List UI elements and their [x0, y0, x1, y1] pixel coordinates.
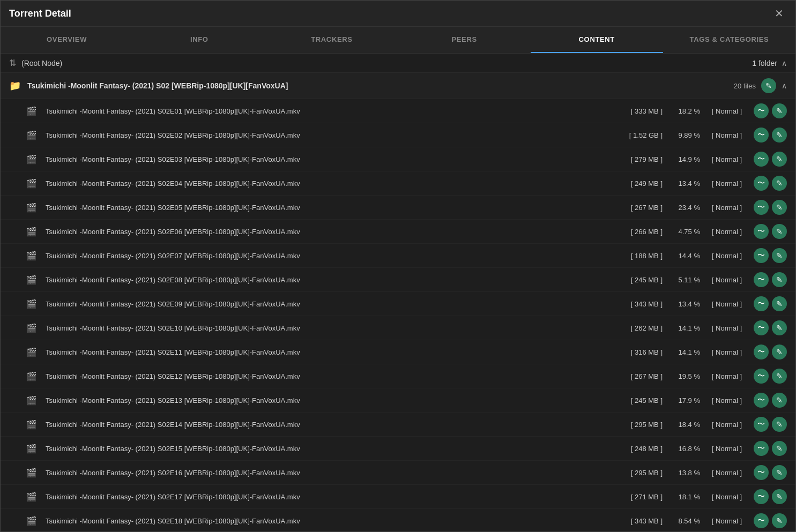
file-size: [ 295 MB ] [620, 421, 663, 429]
file-action-buttons: 〜 ✎ [754, 417, 787, 432]
file-percent: 14.1 % [668, 348, 700, 356]
file-edit-button[interactable]: ✎ [772, 513, 787, 528]
file-edit-button[interactable]: ✎ [772, 393, 787, 408]
file-edit-button[interactable]: ✎ [772, 369, 787, 384]
file-name: Tsukimichi -Moonlit Fantasy- (2021) S02E… [46, 252, 620, 260]
file-name: Tsukimichi -Moonlit Fantasy- (2021) S02E… [46, 155, 620, 163]
file-action-buttons: 〜 ✎ [754, 128, 787, 143]
file-meta: [ 316 MB ] 14.1 % [ Normal ] 〜 ✎ [620, 344, 787, 359]
file-meta: [ 343 MB ] 13.4 % [ Normal ] 〜 ✎ [620, 296, 787, 311]
folder-row: 📁 Tsukimichi -Moonlit Fantasy- (2021) S0… [1, 73, 795, 99]
file-percent: 19.5 % [668, 372, 700, 380]
file-name: Tsukimichi -Moonlit Fantasy- (2021) S02E… [46, 276, 620, 284]
file-edit-button[interactable]: ✎ [772, 417, 787, 432]
file-edit-button[interactable]: ✎ [772, 152, 787, 167]
file-wave-button[interactable]: 〜 [754, 176, 769, 191]
file-edit-button[interactable]: ✎ [772, 200, 787, 215]
file-priority: [ Normal ] [705, 445, 748, 453]
file-name: Tsukimichi -Moonlit Fantasy- (2021) S02E… [46, 204, 620, 212]
film-icon: 🎬 [26, 130, 37, 140]
file-edit-button[interactable]: ✎ [772, 489, 787, 504]
folder-icon: 📁 [9, 80, 21, 92]
tab-info[interactable]: INFO [133, 27, 265, 53]
file-wave-button[interactable]: 〜 [754, 103, 769, 118]
file-wave-button[interactable]: 〜 [754, 441, 769, 456]
file-wave-button[interactable]: 〜 [754, 369, 769, 384]
file-edit-button[interactable]: ✎ [772, 128, 787, 143]
file-edit-button[interactable]: ✎ [772, 320, 787, 335]
file-action-buttons: 〜 ✎ [754, 152, 787, 167]
file-edit-button[interactable]: ✎ [772, 103, 787, 118]
file-percent: 14.4 % [668, 252, 700, 260]
file-size: [ 279 MB ] [620, 155, 663, 163]
file-wave-button[interactable]: 〜 [754, 272, 769, 287]
file-percent: 18.1 % [668, 493, 700, 501]
file-row: 🎬 Tsukimichi -Moonlit Fantasy- (2021) S0… [1, 437, 795, 461]
file-row: 🎬 Tsukimichi -Moonlit Fantasy- (2021) S0… [1, 220, 795, 244]
folder-count-label: 1 folder [752, 59, 777, 68]
file-meta: [ 295 MB ] 13.8 % [ Normal ] 〜 ✎ [620, 465, 787, 480]
file-meta: [ 245 MB ] 5.11 % [ Normal ] 〜 ✎ [620, 272, 787, 287]
file-name: Tsukimichi -Moonlit Fantasy- (2021) S02E… [46, 469, 620, 477]
file-name: Tsukimichi -Moonlit Fantasy- (2021) S02E… [46, 421, 620, 429]
file-wave-button[interactable]: 〜 [754, 320, 769, 335]
tab-content[interactable]: CONTENT [531, 27, 663, 53]
file-priority: [ Normal ] [705, 276, 748, 284]
file-wave-button[interactable]: 〜 [754, 128, 769, 143]
file-wave-button[interactable]: 〜 [754, 344, 769, 359]
file-wave-button[interactable]: 〜 [754, 393, 769, 408]
file-list: 🎬 Tsukimichi -Moonlit Fantasy- (2021) S0… [1, 99, 795, 531]
file-edit-button[interactable]: ✎ [772, 441, 787, 456]
file-action-buttons: 〜 ✎ [754, 441, 787, 456]
file-edit-button[interactable]: ✎ [772, 176, 787, 191]
file-edit-button[interactable]: ✎ [772, 248, 787, 263]
file-wave-button[interactable]: 〜 [754, 465, 769, 480]
film-icon: 🎬 [26, 106, 37, 116]
file-priority: [ Normal ] [705, 155, 748, 163]
file-percent: 4.75 % [668, 228, 700, 236]
toolbar-right: 1 folder ∧ [752, 59, 787, 68]
folder-file-count: 20 files [734, 82, 756, 90]
file-action-buttons: 〜 ✎ [754, 393, 787, 408]
file-size: [ 316 MB ] [620, 348, 663, 356]
film-icon: 🎬 [26, 275, 37, 285]
file-action-buttons: 〜 ✎ [754, 103, 787, 118]
file-percent: 5.11 % [668, 276, 700, 284]
file-edit-button[interactable]: ✎ [772, 272, 787, 287]
folder-edit-button[interactable]: ✎ [761, 78, 776, 93]
film-icon: 🎬 [26, 227, 37, 237]
file-edit-button[interactable]: ✎ [772, 224, 787, 239]
file-action-buttons: 〜 ✎ [754, 176, 787, 191]
file-wave-button[interactable]: 〜 [754, 417, 769, 432]
file-size: [ 248 MB ] [620, 445, 663, 453]
file-edit-button[interactable]: ✎ [772, 465, 787, 480]
window-title: Torrent Detail [9, 8, 71, 19]
file-wave-button[interactable]: 〜 [754, 200, 769, 215]
file-wave-button[interactable]: 〜 [754, 513, 769, 528]
close-button[interactable]: ✕ [771, 7, 787, 20]
tab-overview[interactable]: OVERVIEW [1, 27, 133, 53]
file-size: [ 295 MB ] [620, 469, 663, 477]
file-wave-button[interactable]: 〜 [754, 152, 769, 167]
file-meta: [ 267 MB ] 23.4 % [ Normal ] 〜 ✎ [620, 200, 787, 215]
file-size: [ 245 MB ] [620, 396, 663, 404]
file-name: Tsukimichi -Moonlit Fantasy- (2021) S02E… [46, 228, 620, 236]
file-priority: [ Normal ] [705, 469, 748, 477]
file-row: 🎬 Tsukimichi -Moonlit Fantasy- (2021) S0… [1, 485, 795, 509]
file-row: 🎬 Tsukimichi -Moonlit Fantasy- (2021) S0… [1, 461, 795, 485]
tab-trackers[interactable]: TRACKERS [265, 27, 398, 53]
tab-peers[interactable]: PEERS [398, 27, 531, 53]
file-meta: [ 267 MB ] 19.5 % [ Normal ] 〜 ✎ [620, 369, 787, 384]
file-edit-button[interactable]: ✎ [772, 344, 787, 359]
file-wave-button[interactable]: 〜 [754, 489, 769, 504]
file-edit-button[interactable]: ✎ [772, 296, 787, 311]
file-wave-button[interactable]: 〜 [754, 248, 769, 263]
file-percent: 18.4 % [668, 421, 700, 429]
file-wave-button[interactable]: 〜 [754, 296, 769, 311]
file-wave-button[interactable]: 〜 [754, 224, 769, 239]
file-priority: [ Normal ] [705, 348, 748, 356]
filter-icon: ⇅ [9, 58, 16, 68]
file-percent: 23.4 % [668, 204, 700, 212]
tab-tags-categories[interactable]: TAGS & CATEGORIES [663, 27, 795, 53]
file-row: 🎬 Tsukimichi -Moonlit Fantasy- (2021) S0… [1, 509, 795, 531]
